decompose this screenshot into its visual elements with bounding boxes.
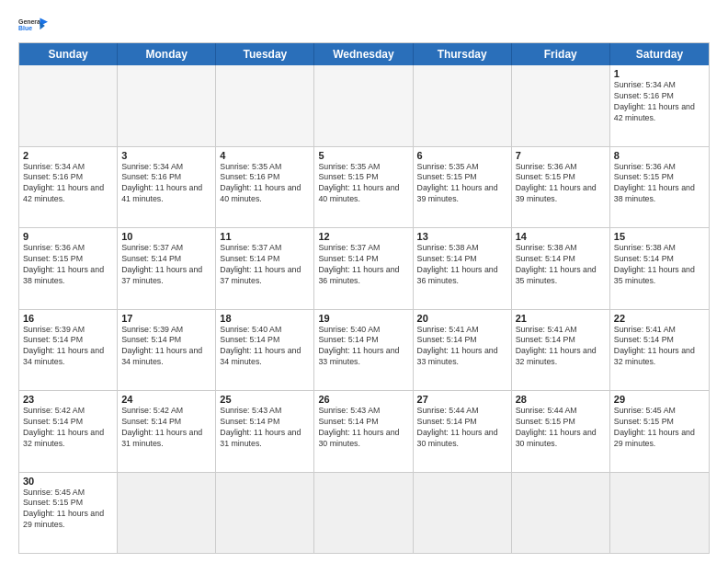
empty-cell [216, 65, 314, 146]
sun-info: Sunrise: 5:37 AMSunset: 5:14 PMDaylight:… [121, 243, 211, 287]
calendar-row: 2Sunrise: 5:34 AMSunset: 5:16 PMDaylight… [19, 146, 709, 228]
sun-info: Sunrise: 5:34 AMSunset: 5:16 PMDaylight:… [23, 162, 113, 206]
day-number: 3 [121, 150, 211, 161]
day-number: 7 [516, 150, 606, 161]
day-number: 23 [23, 394, 113, 405]
sun-info: Sunrise: 5:43 AMSunset: 5:14 PMDaylight:… [220, 406, 310, 450]
sun-info: Sunrise: 5:40 AMSunset: 5:14 PMDaylight:… [220, 325, 310, 369]
sun-info: Sunrise: 5:39 AMSunset: 5:14 PMDaylight:… [23, 325, 113, 369]
day-number: 6 [417, 150, 507, 161]
day-cell: 26Sunrise: 5:43 AMSunset: 5:14 PMDayligh… [314, 391, 413, 472]
day-number: 1 [614, 68, 705, 79]
sun-info: Sunrise: 5:41 AMSunset: 5:14 PMDaylight:… [614, 325, 705, 369]
sun-info: Sunrise: 5:40 AMSunset: 5:14 PMDaylight:… [318, 325, 408, 369]
day-cell: 5Sunrise: 5:35 AMSunset: 5:15 PMDaylight… [314, 147, 413, 228]
day-number: 8 [614, 150, 705, 161]
day-cell: 16Sunrise: 5:39 AMSunset: 5:14 PMDayligh… [19, 310, 118, 391]
day-cell: 9Sunrise: 5:36 AMSunset: 5:15 PMDaylight… [19, 228, 118, 309]
day-cell: 28Sunrise: 5:44 AMSunset: 5:15 PMDayligh… [512, 391, 610, 472]
empty-cell [19, 65, 118, 146]
calendar-row: 23Sunrise: 5:42 AMSunset: 5:14 PMDayligh… [19, 390, 709, 472]
sun-info: Sunrise: 5:36 AMSunset: 5:15 PMDaylight:… [614, 162, 705, 206]
weekday-header: Wednesday [314, 43, 413, 65]
sun-info: Sunrise: 5:38 AMSunset: 5:14 PMDaylight:… [614, 243, 705, 287]
weekday-header: Sunday [19, 43, 118, 65]
day-cell: 19Sunrise: 5:40 AMSunset: 5:14 PMDayligh… [314, 310, 413, 391]
empty-cell [216, 473, 314, 554]
calendar-header: SundayMondayTuesdayWednesdayThursdayFrid… [19, 43, 709, 65]
day-cell: 22Sunrise: 5:41 AMSunset: 5:14 PMDayligh… [610, 310, 709, 391]
logo-icon: General Blue [18, 17, 48, 35]
day-cell: 11Sunrise: 5:37 AMSunset: 5:14 PMDayligh… [216, 228, 314, 309]
day-cell: 20Sunrise: 5:41 AMSunset: 5:14 PMDayligh… [414, 310, 512, 391]
day-number: 18 [220, 313, 310, 324]
sun-info: Sunrise: 5:42 AMSunset: 5:14 PMDaylight:… [121, 406, 211, 450]
day-cell: 12Sunrise: 5:37 AMSunset: 5:14 PMDayligh… [314, 228, 413, 309]
calendar: SundayMondayTuesdayWednesdayThursdayFrid… [18, 42, 710, 554]
empty-cell [118, 65, 216, 146]
empty-cell [314, 65, 413, 146]
day-cell: 23Sunrise: 5:42 AMSunset: 5:14 PMDayligh… [19, 391, 118, 472]
day-cell: 13Sunrise: 5:38 AMSunset: 5:14 PMDayligh… [414, 228, 512, 309]
sun-info: Sunrise: 5:35 AMSunset: 5:16 PMDaylight:… [220, 162, 310, 206]
sun-info: Sunrise: 5:38 AMSunset: 5:14 PMDaylight:… [516, 243, 606, 287]
sun-info: Sunrise: 5:39 AMSunset: 5:14 PMDaylight:… [121, 325, 211, 369]
day-number: 5 [318, 150, 408, 161]
calendar-body: 1Sunrise: 5:34 AMSunset: 5:16 PMDaylight… [19, 65, 709, 553]
sun-info: Sunrise: 5:35 AMSunset: 5:15 PMDaylight:… [417, 162, 507, 206]
sun-info: Sunrise: 5:38 AMSunset: 5:14 PMDaylight:… [417, 243, 507, 287]
day-cell: 14Sunrise: 5:38 AMSunset: 5:14 PMDayligh… [512, 228, 610, 309]
day-cell: 7Sunrise: 5:36 AMSunset: 5:15 PMDaylight… [512, 147, 610, 228]
sun-info: Sunrise: 5:34 AMSunset: 5:16 PMDaylight:… [121, 162, 211, 206]
sun-info: Sunrise: 5:35 AMSunset: 5:15 PMDaylight:… [318, 162, 408, 206]
day-cell: 18Sunrise: 5:40 AMSunset: 5:14 PMDayligh… [216, 310, 314, 391]
day-cell: 1Sunrise: 5:34 AMSunset: 5:16 PMDaylight… [610, 65, 709, 146]
day-cell: 15Sunrise: 5:38 AMSunset: 5:14 PMDayligh… [610, 228, 709, 309]
day-number: 11 [220, 231, 310, 242]
empty-cell [414, 473, 512, 554]
sun-info: Sunrise: 5:44 AMSunset: 5:14 PMDaylight:… [417, 406, 507, 450]
day-number: 30 [23, 476, 113, 487]
weekday-header: Thursday [414, 43, 512, 65]
calendar-row: 16Sunrise: 5:39 AMSunset: 5:14 PMDayligh… [19, 309, 709, 391]
day-cell: 6Sunrise: 5:35 AMSunset: 5:15 PMDaylight… [414, 147, 512, 228]
day-number: 24 [121, 394, 211, 405]
sun-info: Sunrise: 5:41 AMSunset: 5:14 PMDaylight:… [516, 325, 606, 369]
day-number: 28 [516, 394, 606, 405]
empty-cell [414, 65, 512, 146]
weekday-header: Tuesday [216, 43, 314, 65]
day-cell: 29Sunrise: 5:45 AMSunset: 5:15 PMDayligh… [610, 391, 709, 472]
sun-info: Sunrise: 5:36 AMSunset: 5:15 PMDaylight:… [516, 162, 606, 206]
day-cell: 10Sunrise: 5:37 AMSunset: 5:14 PMDayligh… [118, 228, 216, 309]
calendar-row: 9Sunrise: 5:36 AMSunset: 5:15 PMDaylight… [19, 227, 709, 309]
day-number: 20 [417, 313, 507, 324]
day-number: 14 [516, 231, 606, 242]
empty-cell [512, 65, 610, 146]
calendar-row: 30Sunrise: 5:45 AMSunset: 5:15 PMDayligh… [19, 472, 709, 554]
sun-info: Sunrise: 5:41 AMSunset: 5:14 PMDaylight:… [417, 325, 507, 369]
day-cell: 4Sunrise: 5:35 AMSunset: 5:16 PMDaylight… [216, 147, 314, 228]
weekday-header: Monday [118, 43, 216, 65]
day-cell: 24Sunrise: 5:42 AMSunset: 5:14 PMDayligh… [118, 391, 216, 472]
svg-text:General: General [18, 18, 42, 25]
sun-info: Sunrise: 5:34 AMSunset: 5:16 PMDaylight:… [614, 80, 705, 124]
day-cell: 17Sunrise: 5:39 AMSunset: 5:14 PMDayligh… [118, 310, 216, 391]
header: General Blue [18, 17, 710, 35]
day-number: 27 [417, 394, 507, 405]
svg-text:Blue: Blue [18, 25, 32, 31]
calendar-row: 1Sunrise: 5:34 AMSunset: 5:16 PMDaylight… [19, 65, 709, 146]
day-cell: 2Sunrise: 5:34 AMSunset: 5:16 PMDaylight… [19, 147, 118, 228]
weekday-header: Friday [512, 43, 610, 65]
day-number: 19 [318, 313, 408, 324]
logo-area: General Blue [18, 17, 48, 35]
page: General Blue SundayMondayTuesdayWednesda… [0, 0, 728, 563]
day-number: 10 [121, 231, 211, 242]
sun-info: Sunrise: 5:42 AMSunset: 5:14 PMDaylight:… [23, 406, 113, 450]
day-number: 13 [417, 231, 507, 242]
day-cell: 3Sunrise: 5:34 AMSunset: 5:16 PMDaylight… [118, 147, 216, 228]
sun-info: Sunrise: 5:37 AMSunset: 5:14 PMDaylight:… [318, 243, 408, 287]
sun-info: Sunrise: 5:37 AMSunset: 5:14 PMDaylight:… [220, 243, 310, 287]
day-cell: 21Sunrise: 5:41 AMSunset: 5:14 PMDayligh… [512, 310, 610, 391]
day-cell: 30Sunrise: 5:45 AMSunset: 5:15 PMDayligh… [19, 473, 118, 554]
sun-info: Sunrise: 5:43 AMSunset: 5:14 PMDaylight:… [318, 406, 408, 450]
